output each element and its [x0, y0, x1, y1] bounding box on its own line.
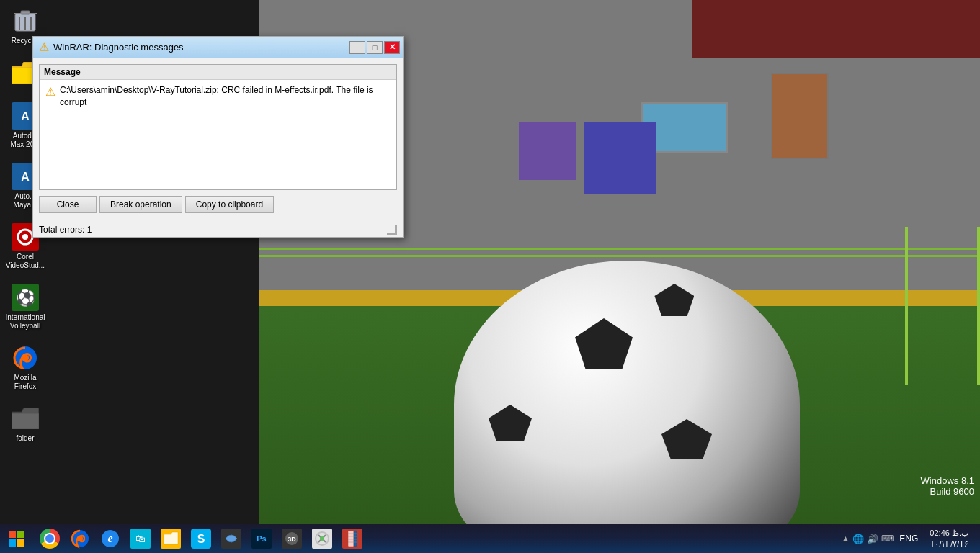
svg-text:🛍: 🛍 — [135, 533, 146, 544]
clock-date: T۰/۱F/۷/T۶ — [930, 539, 968, 549]
tray-expand-icon[interactable]: ▲ — [841, 534, 850, 544]
dialog-titlebar: ⚠ WinRAR: Diagnostic messages ─ □ ✕ — [33, 37, 403, 58]
bg-cloth-blue — [584, 122, 656, 194]
bg-pipe-right — [977, 227, 980, 385]
corel-label: Corel VideoStud... — [5, 253, 45, 270]
folder-dark-label: folder — [16, 434, 34, 443]
bg-door — [771, 73, 829, 160]
windows-version: Windows 8.1 — [921, 475, 974, 486]
dialog-action-buttons: Close Break operation Copy to clipboard — [39, 196, 397, 216]
close-button[interactable]: Close — [39, 196, 97, 213]
clock-time: 02:46 ب.ظ — [930, 528, 968, 539]
desktop: Recycl... A Autod... Max 20... — [0, 0, 980, 527]
message-warning-icon: ⚠ — [45, 85, 55, 99]
break-operation-button[interactable]: Break operation — [99, 196, 182, 213]
bg-cloth-purple — [519, 122, 576, 180]
store-icon: 🛍 — [130, 529, 151, 549]
taskbar-pinned-icons: e 🛍 S — [32, 525, 841, 552]
bg-pipe-mid — [905, 227, 908, 385]
svg-text:A: A — [21, 171, 30, 183]
message-text: C:\Users\amin\Desktop\V-RayTutorial.zip:… — [60, 84, 391, 109]
firefox-icon — [70, 529, 90, 549]
volleyball-label: International Volleyball — [5, 313, 45, 331]
message-column-header: Message — [40, 65, 396, 80]
windows-logo-icon — [9, 531, 24, 547]
svg-rect-36 — [354, 531, 357, 547]
dialog-maximize-button[interactable]: □ — [367, 41, 383, 54]
svg-point-11 — [22, 234, 28, 240]
taskbar-app1-icon[interactable] — [217, 525, 246, 552]
windows-info: Windows 8.1 Build 9600 — [921, 475, 974, 497]
svg-point-15 — [22, 354, 29, 361]
dialog-title-text: WinRAR: Diagnostic messages — [53, 42, 184, 53]
svg-text:3D: 3D — [288, 536, 296, 543]
dialog-window-controls: ─ □ ✕ — [349, 41, 400, 54]
svg-rect-35 — [348, 531, 354, 547]
taskbar-skype-icon[interactable]: S — [187, 525, 215, 552]
dialog-body: Message ⚠ C:\Users\amin\Desktop\V-RayTut… — [33, 58, 403, 222]
message-row: ⚠ C:\Users\amin\Desktop\V-RayTutorial.zi… — [40, 80, 396, 113]
svg-text:Ps: Ps — [257, 534, 266, 543]
svg-text:e: e — [107, 532, 112, 544]
language-indicator[interactable]: ENG — [896, 534, 921, 544]
winrar-icon — [342, 529, 362, 549]
status-text: Total errors: 1 — [39, 225, 92, 235]
photoshop-icon: Ps — [251, 529, 272, 549]
recycle-bin-icon — [11, 6, 40, 35]
taskbar-photoshop-icon[interactable]: Ps — [247, 525, 276, 552]
taskbar-explorer-icon[interactable] — [156, 525, 185, 552]
explorer-icon — [161, 529, 181, 549]
resize-handle[interactable] — [387, 225, 397, 235]
taskbar-firefox-icon[interactable] — [66, 525, 94, 552]
desktop-icon-folder-dark[interactable]: folder — [2, 401, 48, 446]
taskbar-app2-icon[interactable]: 3D — [277, 525, 306, 552]
desktop-icon-volleyball[interactable]: ⚽ International Volleyball — [2, 280, 48, 333]
taskbar-chrome-icon[interactable] — [35, 525, 64, 552]
svg-text:A: A — [21, 110, 30, 122]
firefox-desktop-label: Mozilla Firefox — [14, 374, 36, 391]
taskbar: e 🛍 S — [0, 524, 980, 553]
volume-icon[interactable]: 🔊 — [867, 534, 878, 544]
system-tray: ▲ 🌐 🔊 ⌨ ENG 02:46 ب.ظ T۰/۱F/۷/T۶ — [841, 528, 980, 550]
unknown-app1-icon — [221, 529, 241, 549]
taskbar-store-icon[interactable]: 🛍 — [126, 525, 155, 552]
svg-text:⚽: ⚽ — [16, 288, 36, 307]
svg-text:S: S — [197, 533, 205, 545]
firefox-desktop-icon — [11, 343, 40, 372]
keyboard-icon[interactable]: ⌨ — [881, 534, 894, 544]
svg-point-33 — [320, 536, 324, 541]
folder-dark-icon — [11, 404, 40, 433]
dialog-minimize-button[interactable]: ─ — [349, 41, 365, 54]
network-icon[interactable]: 🌐 — [852, 534, 864, 544]
chrome-icon — [40, 529, 60, 549]
unknown-app2-icon: 3D — [282, 529, 302, 549]
dialog-title-area: ⚠ WinRAR: Diagnostic messages — [39, 40, 184, 54]
system-clock[interactable]: 02:46 ب.ظ T۰/۱F/۷/T۶ — [924, 528, 974, 550]
bg-roof — [692, 0, 980, 58]
dialog-warning-icon: ⚠ — [39, 40, 49, 54]
volleyball-icon: ⚽ — [11, 283, 40, 312]
dialog-close-button[interactable]: ✕ — [384, 41, 400, 54]
svg-point-17 — [77, 536, 83, 541]
start-button[interactable] — [0, 524, 32, 553]
ie-icon: e — [100, 529, 120, 549]
skype-icon: S — [191, 529, 211, 549]
dialog-status-bar: Total errors: 1 — [33, 222, 403, 237]
message-area: Message ⚠ C:\Users\amin\Desktop\V-RayTut… — [39, 64, 397, 190]
windows-build: Build 9600 — [921, 486, 974, 497]
taskbar-paintnet-icon[interactable] — [308, 525, 337, 552]
taskbar-winrar-icon[interactable] — [338, 525, 367, 552]
copy-clipboard-button[interactable]: Copy to clipboard — [185, 196, 274, 213]
paintnet-icon — [312, 529, 332, 549]
winrar-dialog: ⚠ WinRAR: Diagnostic messages ─ □ ✕ Mess… — [32, 36, 404, 238]
desktop-icon-firefox[interactable]: Mozilla Firefox — [2, 341, 48, 394]
taskbar-ie-icon[interactable]: e — [96, 525, 125, 552]
